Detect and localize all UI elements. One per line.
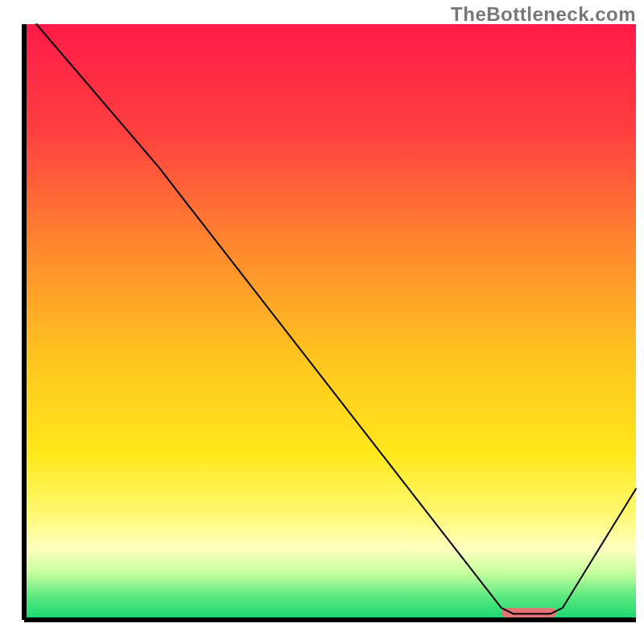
watermark-text: TheBottleneck.com	[451, 3, 636, 26]
plot-background	[24, 24, 636, 620]
chart-stage: TheBottleneck.com	[0, 0, 644, 644]
bottleneck-chart	[0, 0, 644, 644]
